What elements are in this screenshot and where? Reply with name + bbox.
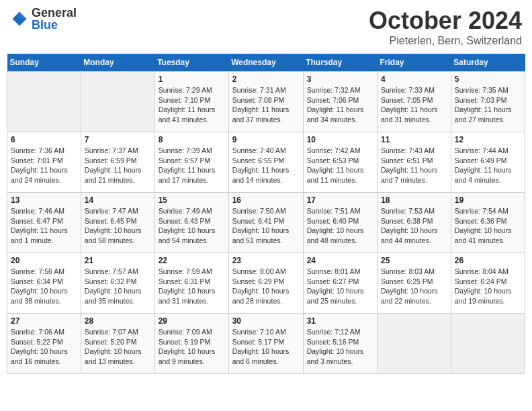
calendar-week-row: 27Sunrise: 7:06 AMSunset: 5:22 PMDayligh… [7,314,525,374]
day-info: Sunrise: 7:06 AMSunset: 5:22 PMDaylight:… [11,327,77,367]
column-header-wednesday: Wednesday [228,54,303,72]
day-info: Sunrise: 7:07 AMSunset: 5:20 PMDaylight:… [85,327,151,367]
day-number: 13 [11,195,77,205]
day-number: 26 [455,256,521,265]
calendar-cell [377,314,451,374]
day-info: Sunrise: 7:42 AMSunset: 6:53 PMDaylight:… [307,146,373,185]
calendar-cell [81,72,154,132]
day-info: Sunrise: 7:10 AMSunset: 5:17 PMDaylight:… [232,327,300,367]
calendar-cell [451,314,525,374]
logo-text: General Blue [32,7,77,31]
day-number: 8 [159,135,225,144]
day-info: Sunrise: 7:32 AMSunset: 7:06 PMDaylight:… [307,85,373,125]
calendar-cell: 6Sunrise: 7:36 AMSunset: 7:01 PMDaylight… [7,132,81,193]
day-number: 25 [381,256,447,265]
calendar-cell: 27Sunrise: 7:06 AMSunset: 5:22 PMDayligh… [7,314,81,374]
calendar-cell: 14Sunrise: 7:47 AMSunset: 6:45 PMDayligh… [81,193,154,253]
day-info: Sunrise: 7:47 AMSunset: 6:45 PMDaylight:… [85,206,151,246]
column-header-thursday: Thursday [303,54,377,72]
calendar-cell: 16Sunrise: 7:50 AMSunset: 6:41 PMDayligh… [228,193,303,253]
day-number: 31 [307,316,373,326]
month-title: October 2024 [369,7,522,35]
day-number: 27 [11,316,77,326]
day-info: Sunrise: 7:56 AMSunset: 6:34 PMDaylight:… [11,267,77,306]
day-info: Sunrise: 7:33 AMSunset: 7:05 PMDaylight:… [381,85,447,125]
day-number: 28 [85,316,151,326]
calendar-cell: 7Sunrise: 7:37 AMSunset: 6:59 PMDaylight… [81,132,154,193]
calendar-cell: 29Sunrise: 7:09 AMSunset: 5:19 PMDayligh… [154,314,228,374]
day-info: Sunrise: 7:53 AMSunset: 6:38 PMDaylight:… [381,206,447,246]
day-info: Sunrise: 7:49 AMSunset: 6:43 PMDaylight:… [159,206,225,246]
calendar-cell: 22Sunrise: 7:59 AMSunset: 6:31 PMDayligh… [154,253,228,314]
day-number: 3 [307,75,373,84]
day-info: Sunrise: 8:04 AMSunset: 6:24 PMDaylight:… [455,267,521,306]
day-number: 20 [11,256,77,265]
day-number: 9 [232,135,300,144]
day-info: Sunrise: 8:01 AMSunset: 6:27 PMDaylight:… [307,267,373,306]
day-number: 24 [307,256,373,265]
day-info: Sunrise: 7:54 AMSunset: 6:36 PMDaylight:… [455,206,521,246]
day-info: Sunrise: 8:00 AMSunset: 6:29 PMDaylight:… [232,267,300,306]
calendar-cell: 26Sunrise: 8:04 AMSunset: 6:24 PMDayligh… [451,253,525,314]
calendar-cell: 10Sunrise: 7:42 AMSunset: 6:53 PMDayligh… [303,132,377,193]
day-number: 11 [381,135,447,144]
calendar-cell: 2Sunrise: 7:31 AMSunset: 7:08 PMDaylight… [228,72,303,132]
calendar-cell: 11Sunrise: 7:43 AMSunset: 6:51 PMDayligh… [377,132,451,193]
calendar-cell: 21Sunrise: 7:57 AMSunset: 6:32 PMDayligh… [81,253,154,314]
day-info: Sunrise: 7:35 AMSunset: 7:03 PMDaylight:… [455,85,521,125]
column-header-sunday: Sunday [7,54,81,72]
logo-general: General [32,7,77,19]
column-header-monday: Monday [81,54,154,72]
title-block: October 2024 Pieterlen, Bern, Switzerlan… [369,7,522,47]
calendar-cell: 17Sunrise: 7:51 AMSunset: 6:40 PMDayligh… [303,193,377,253]
day-number: 22 [159,256,225,265]
day-number: 10 [307,135,373,144]
calendar-week-row: 6Sunrise: 7:36 AMSunset: 7:01 PMDaylight… [7,132,525,193]
calendar-week-row: 13Sunrise: 7:46 AMSunset: 6:47 PMDayligh… [7,193,525,253]
day-info: Sunrise: 7:31 AMSunset: 7:08 PMDaylight:… [232,85,300,125]
day-number: 29 [159,316,225,326]
day-info: Sunrise: 7:36 AMSunset: 7:01 PMDaylight:… [11,146,77,185]
calendar-cell: 20Sunrise: 7:56 AMSunset: 6:34 PMDayligh… [7,253,81,314]
day-number: 18 [381,195,447,205]
calendar-cell: 5Sunrise: 7:35 AMSunset: 7:03 PMDaylight… [451,72,525,132]
day-number: 16 [232,195,300,205]
calendar-cell: 1Sunrise: 7:29 AMSunset: 7:10 PMDaylight… [154,72,228,132]
day-info: Sunrise: 8:03 AMSunset: 6:25 PMDaylight:… [381,267,447,306]
calendar-cell: 9Sunrise: 7:40 AMSunset: 6:55 PMDaylight… [228,132,303,193]
day-info: Sunrise: 7:46 AMSunset: 6:47 PMDaylight:… [11,206,77,246]
logo-icon [10,9,29,28]
day-number: 2 [232,75,300,84]
calendar-cell: 4Sunrise: 7:33 AMSunset: 7:05 PMDaylight… [377,72,451,132]
day-info: Sunrise: 7:09 AMSunset: 5:19 PMDaylight:… [159,327,225,367]
calendar-week-row: 20Sunrise: 7:56 AMSunset: 6:34 PMDayligh… [7,253,525,314]
day-number: 5 [455,75,521,84]
day-number: 19 [455,195,521,205]
column-header-friday: Friday [377,54,451,72]
day-number: 6 [11,135,77,144]
calendar-cell [7,72,81,132]
day-info: Sunrise: 7:51 AMSunset: 6:40 PMDaylight:… [307,206,373,246]
calendar-cell: 31Sunrise: 7:12 AMSunset: 5:16 PMDayligh… [303,314,377,374]
day-number: 7 [85,135,151,144]
day-info: Sunrise: 7:29 AMSunset: 7:10 PMDaylight:… [159,85,225,125]
day-info: Sunrise: 7:57 AMSunset: 6:32 PMDaylight:… [85,267,151,306]
calendar-cell: 28Sunrise: 7:07 AMSunset: 5:20 PMDayligh… [81,314,154,374]
day-info: Sunrise: 7:59 AMSunset: 6:31 PMDaylight:… [159,267,225,306]
calendar-cell: 12Sunrise: 7:44 AMSunset: 6:49 PMDayligh… [451,132,525,193]
column-header-saturday: Saturday [451,54,525,72]
day-info: Sunrise: 7:37 AMSunset: 6:59 PMDaylight:… [85,146,151,185]
day-info: Sunrise: 7:12 AMSunset: 5:16 PMDaylight:… [307,327,373,367]
column-header-tuesday: Tuesday [154,54,228,72]
calendar-cell: 30Sunrise: 7:10 AMSunset: 5:17 PMDayligh… [228,314,303,374]
calendar-cell: 15Sunrise: 7:49 AMSunset: 6:43 PMDayligh… [154,193,228,253]
day-number: 1 [159,75,225,84]
day-number: 30 [232,316,300,326]
logo-blue-text: Blue [32,19,77,31]
day-number: 12 [455,135,521,144]
day-info: Sunrise: 7:40 AMSunset: 6:55 PMDaylight:… [232,146,300,185]
day-info: Sunrise: 7:39 AMSunset: 6:57 PMDaylight:… [159,146,225,185]
calendar-cell: 3Sunrise: 7:32 AMSunset: 7:06 PMDaylight… [303,72,377,132]
calendar-cell: 23Sunrise: 8:00 AMSunset: 6:29 PMDayligh… [228,253,303,314]
day-number: 4 [381,75,447,84]
